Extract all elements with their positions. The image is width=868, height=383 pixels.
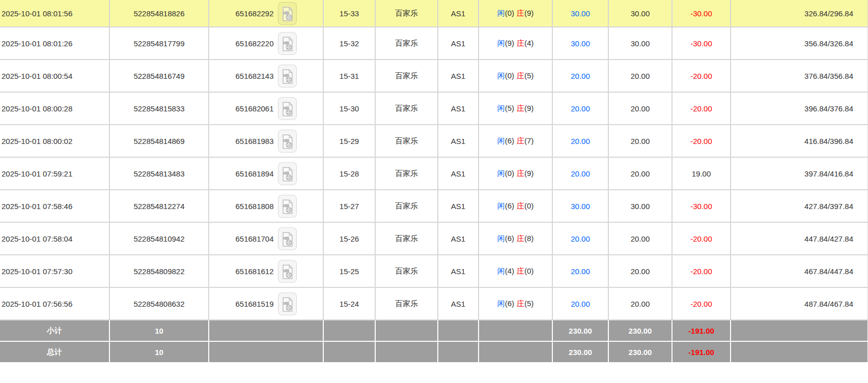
table-row[interactable]: 2025-10-01 08:00:02 522854814869 6516819…: [0, 125, 868, 157]
video-replay-button[interactable]: [278, 130, 297, 153]
player-score: (5): [505, 104, 514, 112]
order-id: 522854812274: [109, 190, 209, 222]
round-number: 15-25: [323, 255, 375, 287]
order-id: 522854808632: [109, 287, 209, 320]
video-replay-button[interactable]: [278, 97, 297, 120]
game-type: 百家乐: [375, 27, 438, 60]
win-loss: -20.00: [672, 92, 731, 125]
balance: 416.84/396.84: [731, 125, 868, 157]
win-loss: -20.00: [672, 125, 731, 157]
banker-label: 庄: [517, 234, 524, 243]
order-id: 522854810942: [109, 222, 209, 255]
banker-score: (0): [524, 267, 534, 275]
table-code: AS1: [438, 60, 479, 92]
order-id: 522854814869: [109, 125, 209, 157]
banker-label: 庄: [517, 71, 524, 80]
game-id: 651681808: [235, 202, 273, 211]
table-code: AS1: [438, 125, 479, 157]
banker-label: 庄: [517, 299, 524, 308]
table-code: AS1: [438, 157, 479, 190]
video-replay-button[interactable]: [278, 162, 297, 185]
game-result: 闲(5)庄(9): [479, 92, 552, 125]
valid-amount: 20.00: [608, 255, 672, 287]
bet-time: 2025-10-01 07:58:04: [0, 222, 109, 255]
total-count: 10: [109, 341, 209, 363]
valid-amount: 20.00: [608, 92, 672, 125]
video-replay-button[interactable]: [278, 65, 297, 87]
table-code: AS1: [438, 190, 479, 222]
player-label: 闲: [497, 299, 505, 308]
table-row[interactable]: 2025-10-01 07:58:04 522854810942 6516817…: [0, 222, 868, 255]
player-score: (0): [505, 9, 514, 17]
game-id-cell: 651681808: [209, 190, 323, 222]
bet-amount: 20.00: [552, 92, 608, 125]
game-id: 651682292: [235, 9, 273, 18]
game-id: 651681983: [235, 137, 273, 145]
table-code: AS1: [438, 287, 479, 320]
player-label: 闲: [497, 39, 505, 47]
game-id-cell: 651681704: [209, 222, 323, 255]
table-row[interactable]: 2025-10-01 08:01:56 522854818826 6516822…: [0, 0, 868, 27]
banker-score: (5): [524, 299, 534, 308]
player-score: (0): [505, 71, 514, 80]
empty-cell: [323, 341, 375, 363]
table-row[interactable]: 2025-10-01 08:00:28 522854815833 6516820…: [0, 92, 868, 125]
video-replay-button[interactable]: [278, 2, 297, 25]
player-label: 闲: [497, 136, 505, 145]
total-label: 总计: [0, 341, 109, 363]
bet-time: 2025-10-01 07:57:30: [0, 255, 109, 287]
game-id-cell: 651681519: [209, 287, 323, 320]
video-file-icon: [282, 37, 293, 51]
bet-amount: 30.00: [552, 190, 608, 222]
subtotal-valid: 230.00: [608, 320, 672, 341]
win-loss: -20.00: [672, 287, 731, 320]
banker-score: (8): [524, 234, 534, 243]
game-result: 闲(6)庄(5): [479, 287, 552, 320]
bet-time: 2025-10-01 08:01:56: [0, 0, 109, 27]
banker-label: 庄: [517, 201, 524, 210]
table-row[interactable]: 2025-10-01 08:00:54 522854816749 6516821…: [0, 60, 868, 92]
win-loss: 19.00: [672, 157, 731, 190]
bet-time: 2025-10-01 07:58:46: [0, 190, 109, 222]
game-id-cell: 651682143: [209, 60, 323, 92]
video-replay-button[interactable]: [278, 32, 297, 55]
table-row[interactable]: 2025-10-01 07:56:56 522854808632 6516815…: [0, 287, 868, 320]
table-code: AS1: [438, 255, 479, 287]
game-id-cell: 651681983: [209, 125, 323, 157]
round-number: 15-31: [323, 60, 375, 92]
bet-time: 2025-10-01 08:00:54: [0, 60, 109, 92]
table-row[interactable]: 2025-10-01 07:59:21 522854813483 6516818…: [0, 157, 868, 190]
subtotal-label: 小计: [0, 320, 109, 341]
table-row[interactable]: 2025-10-01 08:01:26 522854817799 6516822…: [0, 27, 868, 60]
table-row[interactable]: 2025-10-01 07:58:46 522854812274 6516818…: [0, 190, 868, 222]
valid-amount: 20.00: [608, 157, 672, 190]
video-replay-button[interactable]: [278, 292, 297, 315]
table-row[interactable]: 2025-10-01 07:57:30 522854809822 6516816…: [0, 255, 868, 287]
video-replay-button[interactable]: [278, 195, 297, 218]
empty-cell: [375, 341, 438, 363]
win-loss: -30.00: [672, 190, 731, 222]
bet-records-table: 2025-10-01 08:01:56 522854818826 6516822…: [0, 0, 868, 363]
bet-time: 2025-10-01 08:00:28: [0, 92, 109, 125]
bet-amount: 20.00: [552, 125, 608, 157]
table-code: AS1: [438, 92, 479, 125]
bet-time: 2025-10-01 08:00:02: [0, 125, 109, 157]
order-id: 522854809822: [109, 255, 209, 287]
win-loss: -20.00: [672, 60, 731, 92]
bet-time: 2025-10-01 08:01:26: [0, 27, 109, 60]
balance: 396.84/376.84: [731, 92, 868, 125]
win-loss: -30.00: [672, 27, 731, 60]
balance: 447.84/427.84: [731, 222, 868, 255]
bet-amount: 20.00: [552, 287, 608, 320]
table-code: AS1: [438, 222, 479, 255]
game-id: 651682061: [235, 104, 273, 113]
video-file-icon: [282, 167, 293, 182]
valid-amount: 20.00: [608, 125, 672, 157]
player-label: 闲: [497, 267, 505, 275]
video-replay-button[interactable]: [278, 260, 297, 283]
banker-score: (4): [524, 39, 534, 47]
video-file-icon: [282, 7, 293, 21]
empty-cell: [731, 320, 868, 341]
video-replay-button[interactable]: [278, 227, 297, 250]
banker-label: 庄: [517, 136, 524, 145]
